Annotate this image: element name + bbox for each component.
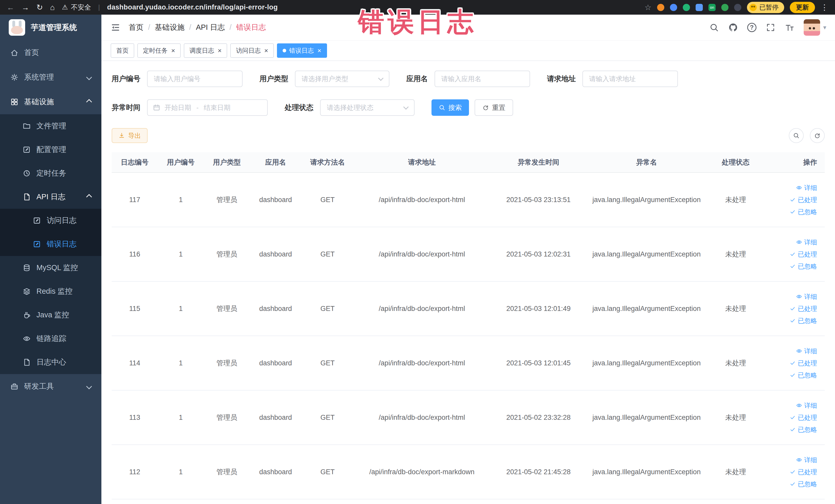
sidebar-item-mysql-monitor[interactable]: MySQL 监控 — [0, 256, 101, 280]
sidebar-item-file-manage[interactable]: 文件管理 — [0, 114, 101, 138]
user-id-input[interactable] — [147, 70, 243, 87]
sidebar-item-devtools[interactable]: 研发工具 — [0, 374, 101, 399]
exception-time-range-picker[interactable]: 开始日期 - 结束日期 — [147, 99, 268, 116]
cell-request-url: /api/infra/db-doc/export-html — [354, 390, 490, 445]
chrome-menu-icon[interactable]: ⋮ — [821, 4, 828, 11]
bookmark-star-icon[interactable]: ☆ — [645, 4, 651, 11]
extension-icon[interactable] — [721, 4, 729, 11]
tab-error-log[interactable]: 错误日志 × — [277, 43, 327, 58]
export-button[interactable]: 导出 — [111, 128, 148, 143]
document-icon — [23, 358, 31, 366]
font-size-icon[interactable] — [785, 23, 794, 32]
close-icon[interactable]: × — [171, 47, 175, 54]
cell-app-name: dashboard — [250, 390, 301, 445]
extension-icon[interactable] — [657, 4, 664, 11]
processed-link[interactable]: 已处理 — [790, 468, 817, 476]
sidebar-item-system[interactable]: 系统管理 — [0, 65, 101, 89]
search-icon[interactable] — [709, 23, 719, 32]
site-security[interactable]: ⚠ 不安全 — [62, 3, 91, 12]
reload-icon[interactable]: ↻ — [37, 4, 43, 11]
sidebar-item-infra[interactable]: 基础设施 — [0, 89, 101, 114]
sidebar-collapse-icon[interactable] — [110, 22, 121, 33]
address-bar[interactable]: dashboard.yudao.iocoder.cn/infra/log/api… — [107, 3, 278, 11]
sidebar-item-trace[interactable]: 链路追踪 — [0, 327, 101, 350]
user-id-label: 用户编号 — [111, 74, 140, 84]
detail-link[interactable]: 详细 — [796, 347, 817, 355]
extension-icon[interactable] — [670, 4, 677, 11]
chrome-update-button[interactable]: 更新 — [790, 2, 815, 13]
request-url-input[interactable] — [583, 70, 678, 87]
sidebar: 芋道管理系统 首页 系统管理 基础设施 — [0, 15, 101, 504]
breadcrumb-home[interactable]: 首页 — [128, 22, 155, 33]
detail-link[interactable]: 详细 — [796, 456, 817, 464]
ignored-link[interactable]: 已忽略 — [790, 208, 817, 216]
processed-link[interactable]: 已处理 — [790, 414, 817, 422]
ignored-link[interactable]: 已忽略 — [790, 262, 817, 270]
sidebar-item-log-center[interactable]: 日志中心 — [0, 350, 101, 374]
profile-paused-chip[interactable]: 已暂停 — [747, 2, 784, 13]
process-status-select[interactable]: 请选择处理状态 — [320, 99, 414, 116]
cell-user-type: 管理员 — [204, 336, 250, 390]
col-user-type: 用户类型 — [204, 152, 250, 173]
sidebar-item-scheduled-jobs[interactable]: 定时任务 — [0, 161, 101, 185]
sidebar-item-home[interactable]: 首页 — [0, 40, 101, 65]
breadcrumb-infra[interactable]: 基础设施 — [155, 22, 196, 33]
gear-icon — [10, 73, 19, 81]
cell-log-id: 113 — [111, 390, 158, 445]
extension-icon[interactable] — [696, 4, 703, 11]
github-icon[interactable] — [728, 23, 738, 32]
app-logo[interactable]: 芋道管理系统 — [0, 15, 101, 40]
sidebar-item-error-log[interactable]: 错误日志 — [0, 233, 101, 256]
forward-icon[interactable]: → — [22, 4, 29, 11]
ignored-link[interactable]: 已忽略 — [790, 371, 817, 380]
browser-chrome: ← → ↻ ⌂ ⚠ 不安全 | dashboard.yudao.iocoder.… — [0, 0, 835, 15]
app-name-input[interactable] — [434, 70, 530, 87]
processed-link[interactable]: 已处理 — [790, 196, 817, 204]
extension-icon[interactable] — [709, 4, 716, 11]
search-icon — [439, 104, 445, 111]
close-icon[interactable]: × — [218, 47, 222, 54]
back-icon[interactable]: ← — [7, 4, 14, 11]
ignored-link[interactable]: 已忽略 — [790, 317, 817, 325]
extension-icon[interactable] — [734, 4, 741, 11]
breadcrumb-api-log[interactable]: API 日志 — [196, 22, 236, 33]
processed-link[interactable]: 已处理 — [790, 304, 817, 313]
sidebar-item-access-log[interactable]: 访问日志 — [0, 209, 101, 233]
tab-access-log[interactable]: 访问日志 × — [230, 43, 273, 58]
sidebar-item-redis-monitor[interactable]: Redis 监控 — [0, 280, 101, 303]
detail-link[interactable]: 详细 — [796, 238, 817, 246]
refresh-table-button[interactable] — [810, 128, 825, 143]
user-type-select[interactable]: 请选择用户类型 — [295, 70, 389, 87]
chevron-down-icon — [86, 75, 92, 80]
reset-button[interactable]: 重置 — [475, 99, 513, 116]
detail-link[interactable]: 详细 — [796, 293, 817, 301]
eye-icon — [796, 239, 802, 245]
help-icon[interactable]: ? — [747, 23, 756, 32]
cell-app-name: dashboard — [250, 281, 301, 336]
refresh-icon — [814, 132, 821, 139]
close-icon[interactable]: × — [264, 47, 268, 54]
processed-link[interactable]: 已处理 — [790, 250, 817, 259]
eye-icon — [796, 457, 802, 463]
sidebar-item-config-manage[interactable]: 配置管理 — [0, 138, 101, 161]
fullscreen-icon[interactable] — [766, 23, 775, 32]
sidebar-item-api-log[interactable]: API 日志 — [0, 185, 101, 209]
search-button[interactable]: 搜索 — [431, 99, 469, 116]
detail-link[interactable]: 详细 — [796, 184, 817, 192]
edit-icon — [33, 217, 41, 225]
user-menu[interactable]: ▾ — [804, 19, 826, 36]
tab-scheduled-jobs[interactable]: 定时任务 × — [137, 43, 181, 58]
home-icon[interactable]: ⌂ — [50, 4, 55, 11]
detail-link[interactable]: 详细 — [796, 401, 817, 410]
cell-exception-time: 2021-05-02 21:45:28 — [490, 445, 587, 499]
tab-schedule-log[interactable]: 调度日志 × — [184, 43, 227, 58]
tab-home[interactable]: 首页 — [110, 43, 134, 58]
extension-icon[interactable] — [683, 4, 690, 11]
ignored-link[interactable]: 已忽略 — [790, 425, 817, 434]
cell-user-id: 1 — [158, 281, 204, 336]
close-icon[interactable]: × — [318, 47, 321, 54]
toggle-search-button[interactable] — [789, 128, 804, 143]
sidebar-item-java-monitor[interactable]: Java 监控 — [0, 303, 101, 327]
processed-link[interactable]: 已处理 — [790, 359, 817, 367]
ignored-link[interactable]: 已忽略 — [790, 480, 817, 488]
